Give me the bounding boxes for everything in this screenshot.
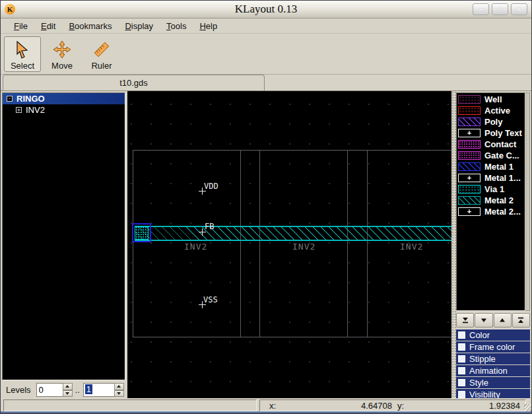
layer-row-metal1[interactable]: Metal 1 [458, 161, 525, 172]
menu-bookmarks[interactable]: Bookmarks [62, 20, 118, 32]
layer-swatch-via1[interactable] [458, 185, 481, 193]
menu-bar: File Edit Bookmarks Display Tools Help [1, 19, 531, 34]
metal2-wire[interactable] [135, 226, 451, 241]
levels-label: Levels [6, 385, 31, 395]
group-style[interactable]: Style [456, 377, 530, 388]
move-tool-button[interactable]: Move [44, 36, 81, 72]
checkbox-icon[interactable] [458, 343, 465, 351]
level-from-input[interactable] [36, 383, 63, 397]
klayout-window: K KLayout 0.13 − □ × File Edit Bookmarks… [0, 0, 532, 414]
close-button[interactable]: × [511, 3, 527, 15]
level-from-down-button[interactable] [63, 390, 73, 397]
layer-swatch-metal1-text[interactable]: + [458, 174, 481, 182]
level-to-down-button[interactable] [114, 390, 124, 397]
layer-swatch-poly[interactable] [458, 118, 481, 126]
level-to-up-button[interactable] [114, 383, 124, 390]
status-message-field [3, 399, 257, 411]
checkbox-icon[interactable] [458, 367, 465, 374]
move-down-icon [480, 316, 488, 324]
x-coordinate: 4.64708 [276, 401, 392, 411]
up-arrow-icon [65, 385, 69, 388]
instance-label-inv2: INV2 [184, 242, 207, 252]
window-bottom-edge [1, 411, 532, 413]
layer-row-metal2-text[interactable]: + Metal 2... [458, 206, 525, 217]
pin-marker-fb [199, 228, 206, 236]
checkbox-icon[interactable] [458, 355, 465, 362]
checkbox-icon[interactable] [458, 391, 465, 398]
group-frame-color[interactable]: Frame color [456, 341, 530, 353]
tab-t10gds[interactable]: t10.gds [3, 75, 265, 90]
layer-swatch-metal2[interactable] [458, 196, 481, 205]
cell-panel: - RINGO + INV2 Levels .. [1, 91, 127, 398]
move-layer-down-button[interactable] [475, 313, 492, 328]
menu-file[interactable]: File [7, 20, 34, 32]
layer-row-poly[interactable]: Poly [458, 116, 525, 127]
plus-icon: + [467, 129, 471, 137]
layer-swatch-well[interactable] [458, 95, 481, 104]
layer-swatch-gate[interactable] [458, 151, 481, 160]
level-from-up-button[interactable] [63, 383, 73, 390]
layer-row-poly-text[interactable]: + Poly Text [458, 127, 525, 139]
layer-row-metal2[interactable]: Metal 2 [458, 195, 525, 206]
ruler-icon [92, 40, 112, 59]
move-layer-up-button[interactable] [494, 313, 512, 328]
layer-swatch-poly-text[interactable]: + [458, 129, 481, 137]
layer-row-gate[interactable]: Gate C... [458, 150, 525, 161]
layer-swatch-metal2-text[interactable]: + [458, 207, 481, 216]
titlebar[interactable]: K KLayout 0.13 − □ × [1, 1, 531, 18]
move-tool-label: Move [51, 61, 73, 71]
group-animation[interactable]: Animation [456, 365, 530, 376]
inv2-instance-edge [347, 150, 348, 337]
layer-list-scrollbar[interactable] [525, 92, 530, 311]
menu-edit[interactable]: Edit [34, 20, 62, 32]
via1-pattern [135, 226, 149, 240]
menu-tools[interactable]: Tools [160, 20, 193, 32]
checkbox-icon[interactable] [458, 379, 465, 386]
select-tool-label: Select [11, 61, 34, 71]
menu-display[interactable]: Display [118, 20, 160, 32]
move-layer-to-top-button[interactable] [512, 313, 530, 328]
layer-row-via1[interactable]: Via 1 [458, 184, 525, 195]
tree-item-label: RINGO [17, 94, 45, 104]
main-area: - RINGO + INV2 Levels .. [1, 91, 532, 398]
instance-label-inv2: INV2 [292, 242, 316, 252]
inv2-instance-edge [259, 150, 260, 337]
move-layer-to-bottom-button[interactable] [456, 313, 474, 328]
ruler-tool-label: Ruler [91, 61, 112, 71]
layer-row-well[interactable]: Well [458, 94, 525, 105]
layer-row-contact[interactable]: Contact [458, 139, 525, 150]
maximize-button[interactable]: □ [492, 3, 508, 15]
collapse-icon[interactable]: - [7, 96, 13, 102]
select-tool-button[interactable]: Select [4, 36, 41, 72]
layer-swatch-metal1[interactable] [458, 162, 481, 171]
layer-swatch-active[interactable] [458, 106, 481, 115]
layer-row-active[interactable]: Active [458, 105, 525, 116]
pin-label-fb: FB [205, 222, 214, 231]
cell-tree: - RINGO + INV2 [2, 92, 125, 380]
tree-item-inv2[interactable]: + INV2 [3, 104, 125, 116]
menu-help[interactable]: Help [193, 20, 224, 32]
layer-swatch-contact[interactable] [458, 140, 481, 149]
layout-canvas[interactable]: VDD FB VSS INV2 INV2 INV2 [127, 91, 451, 398]
y-label: y: [397, 401, 404, 411]
tree-item-ringo[interactable]: - RINGO [3, 93, 125, 104]
move-up-icon [498, 316, 506, 324]
instance-label-inv2: INV2 [400, 242, 423, 252]
down-arrow-icon [117, 392, 121, 395]
level-to-input[interactable]: 1 [83, 383, 114, 397]
group-color[interactable]: Color [456, 329, 530, 341]
selected-via-shape[interactable] [132, 223, 151, 242]
plus-icon: + [467, 174, 471, 182]
group-stipple[interactable]: Stipple [456, 353, 530, 364]
pin-marker-vdd [199, 188, 206, 195]
layer-row-metal1-text[interactable]: + Metal 1... [458, 172, 525, 184]
ruler-tool-button[interactable]: Ruler [83, 36, 120, 72]
minimize-button[interactable]: − [473, 3, 489, 15]
window-title: KLayout 0.13 [1, 3, 531, 16]
expand-icon[interactable]: + [16, 107, 22, 113]
move-icon [52, 40, 72, 59]
inv2-instance-edge [240, 150, 241, 337]
checkbox-icon[interactable] [458, 331, 465, 339]
panel-splitter[interactable] [451, 91, 456, 398]
pin-label-vdd: VDD [204, 182, 218, 191]
